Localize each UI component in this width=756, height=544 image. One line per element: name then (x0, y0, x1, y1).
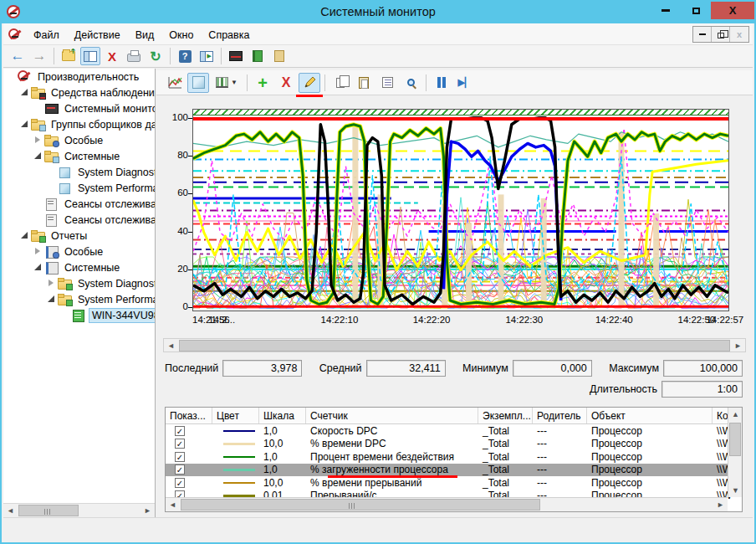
update-data-icon[interactable]: ▶▏ (454, 73, 476, 93)
delete-icon[interactable]: X (102, 47, 122, 65)
tree-item-системные[interactable]: Системные (3, 148, 155, 164)
tree-item-группы-сборщиков-данн[interactable]: Группы сборщиков данн (3, 116, 155, 132)
tree-horizontal-scrollbar[interactable]: ◄► (3, 503, 155, 517)
show-action-pane-icon[interactable] (197, 47, 217, 65)
column-header-3[interactable]: Шкала (259, 408, 306, 423)
tree-item-отчеты[interactable]: Отчеты (3, 228, 155, 244)
expander-icon[interactable] (20, 88, 29, 97)
tree-item-system-diagnostic[interactable]: System Diagnostic (3, 164, 155, 180)
chart-type-icon[interactable]: ▼ (211, 73, 243, 93)
table-row[interactable]: ✓1,0% загруженности процессора_Total---П… (166, 464, 742, 477)
menu-item-2[interactable]: Действие (67, 26, 128, 44)
show-console-tree-icon[interactable] (80, 47, 100, 65)
refresh-icon[interactable]: ↻ (146, 47, 166, 65)
max-value: 100,000 (663, 360, 743, 377)
tree-item-производительность[interactable]: Производительность (3, 69, 155, 85)
table-vertical-scrollbar[interactable]: ▲ ▼ (728, 408, 742, 497)
column-header-6[interactable]: Родитель (533, 408, 587, 423)
scroll-left-icon[interactable]: ◄ (166, 498, 180, 511)
scroll-left-icon[interactable]: ◄ (3, 504, 18, 517)
tree-item-сеансы-отслеживани[interactable]: Сеансы отслеживани (3, 212, 155, 228)
column-header-7[interactable]: Объект (587, 408, 713, 423)
highlight-icon[interactable] (299, 73, 320, 93)
maximize-button[interactable] (681, 2, 711, 19)
expander-icon[interactable] (20, 120, 29, 129)
table-row[interactable]: ✓1,0Скорость DPC_Total---Процессор\\WI (166, 424, 742, 438)
badge-icon (39, 93, 46, 100)
forward-icon[interactable]: → (29, 47, 49, 65)
export-icon[interactable] (59, 47, 79, 65)
tree-item-win-344vu98d[interactable]: WIN-344VU98D (3, 307, 155, 323)
close-button[interactable]: X (711, 2, 754, 19)
show-checkbox-cell: ✓ (166, 439, 212, 449)
mdi-minimize-button[interactable] (693, 27, 712, 42)
counter-cell: Процент времени бездействия (306, 451, 478, 463)
copy-properties-icon[interactable] (329, 73, 351, 93)
menu-item-5[interactable]: Справка (201, 26, 257, 44)
menu-item-4[interactable]: Окно (161, 26, 201, 44)
table-horizontal-scrollbar[interactable]: ◄ ► (166, 497, 728, 511)
performance-icon[interactable] (226, 47, 246, 65)
table-row[interactable]: ✓10,0% времени DPC_Total---Процессор\\WI (166, 438, 742, 451)
perf-icon (18, 70, 32, 83)
expander-icon[interactable] (47, 295, 56, 304)
paste-counter-list-icon[interactable] (353, 73, 375, 93)
expander-icon[interactable] (20, 231, 29, 240)
freeze-display-icon[interactable] (431, 73, 452, 93)
print-icon[interactable] (124, 47, 144, 65)
expander-icon[interactable] (33, 151, 43, 161)
scroll-left-icon[interactable]: ◄ (164, 339, 178, 352)
tree-item-system-performan[interactable]: System Performan (3, 180, 155, 196)
mdi-restore-button[interactable] (712, 27, 730, 42)
tree-item-system-diagnostic[interactable]: System Diagnostic (3, 275, 155, 291)
add-counter-icon[interactable]: + (252, 73, 273, 93)
column-header-4[interactable]: Счетчик (306, 408, 478, 423)
report-icon[interactable] (269, 47, 289, 65)
y-axis-tick (188, 269, 192, 270)
expander-icon[interactable] (33, 136, 43, 145)
show-checkbox[interactable]: ✓ (175, 452, 185, 462)
help-icon[interactable]: ? (175, 47, 195, 65)
scroll-right-icon[interactable]: ► (140, 504, 155, 517)
properties-icon[interactable] (376, 73, 398, 93)
show-checkbox[interactable]: ✓ (175, 439, 185, 449)
show-checkbox[interactable]: ✓ (175, 426, 185, 436)
column-header-1[interactable]: Показ... (166, 408, 212, 423)
chart-scrollbar[interactable]: ◄ ► (163, 338, 746, 352)
column-header-2[interactable]: Цвет (212, 408, 259, 423)
zoom-icon[interactable] (400, 73, 421, 93)
tree-item-особые[interactable]: Особые (3, 244, 155, 259)
expander-icon[interactable] (33, 247, 43, 256)
table-row[interactable]: ✓1,0Процент времени бездействия_Total---… (166, 450, 742, 464)
view-current-activity-icon[interactable] (164, 73, 186, 93)
scroll-down-icon[interactable]: ▼ (728, 484, 743, 497)
expander-icon[interactable] (47, 279, 56, 288)
view-log-data-icon[interactable] (187, 73, 209, 93)
data-collector-icon[interactable] (248, 47, 268, 65)
badge-icon (53, 252, 59, 259)
delete-counter-icon[interactable]: X (275, 73, 297, 93)
badge-icon (39, 125, 46, 131)
tree-item-средства-наблюдения[interactable]: Средства наблюдения (3, 85, 155, 100)
minimize-button[interactable] (651, 2, 681, 19)
tree-item-системные[interactable]: Системные (3, 259, 155, 275)
console-icon (8, 28, 19, 39)
back-icon[interactable]: ← (8, 47, 28, 65)
table-row[interactable]: ✓10,0% времени прерываний_Total---Процес… (166, 476, 742, 490)
spacer (47, 167, 56, 177)
show-checkbox[interactable]: ✓ (175, 464, 185, 475)
tree-item-system-performan[interactable]: System Performan (3, 291, 155, 307)
menu-item-1[interactable]: Файл (26, 26, 67, 44)
expander-icon[interactable] (33, 263, 43, 272)
tree-item-сеансы-отслеживани[interactable]: Сеансы отслеживани (3, 196, 155, 212)
scroll-right-icon[interactable]: ► (713, 498, 728, 511)
scroll-up-icon[interactable]: ▲ (728, 408, 743, 421)
scroll-right-icon[interactable]: ► (731, 339, 745, 352)
counter-table: Показ...ЦветШкалаСчетчикЭкземпл...Родите… (165, 407, 743, 512)
tree-item-системный-монитор[interactable]: Системный монитор (3, 100, 155, 116)
tree-item-особые[interactable]: Особые (3, 132, 155, 148)
mdi-close-button[interactable]: x (730, 27, 748, 42)
column-header-5[interactable]: Экземпл... (478, 408, 533, 423)
menu-item-3[interactable]: Вид (128, 26, 162, 44)
show-checkbox[interactable]: ✓ (175, 478, 185, 488)
